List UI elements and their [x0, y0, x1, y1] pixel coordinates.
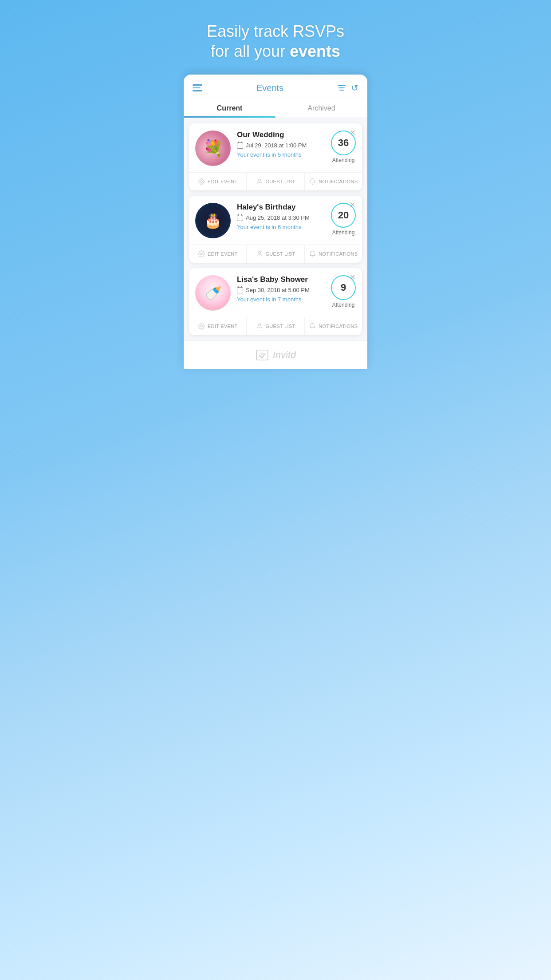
logo-text: Invitd [273, 349, 296, 361]
event-date-babyshower: Sep 30, 2018 at 5:00 PM [237, 287, 327, 293]
guest-list-button-birthday[interactable]: GUEST LIST [247, 245, 304, 263]
svg-point-4 [201, 325, 202, 327]
event-image-babyshower [195, 275, 231, 311]
calendar-icon [237, 142, 243, 149]
event-date-birthday: Aug 25, 2018 at 3:30 PM [237, 214, 327, 221]
event-title-birthday: Haley's Birthday [237, 203, 327, 212]
event-main-birthday: Haley's Birthday Aug 25, 2018 at 3:30 PM… [189, 196, 362, 245]
svg-point-7 [261, 353, 263, 355]
gear-icon [198, 323, 205, 330]
bell-icon [309, 178, 316, 185]
tabs-container: Current Archived [184, 98, 367, 118]
bell-icon [309, 323, 316, 330]
event-actions-birthday: EDIT EVENT GUEST LIST [189, 245, 362, 263]
event-image-wedding [195, 130, 231, 166]
event-info-wedding: Our Wedding Jul 29, 2018 at 1:00 PM Your… [237, 130, 331, 158]
event-card-birthday: Haley's Birthday Aug 25, 2018 at 3:30 PM… [189, 196, 362, 263]
event-main-wedding: Our Wedding Jul 29, 2018 at 1:00 PM Your… [189, 123, 362, 172]
calendar-icon [237, 287, 243, 293]
person-icon [256, 323, 263, 330]
svg-point-0 [201, 181, 202, 182]
calendar-icon [237, 215, 243, 221]
notifications-button-birthday[interactable]: NOTIFICATIONS [305, 245, 362, 263]
close-button-birthday[interactable]: ✕ [348, 200, 357, 209]
page-title: Events [256, 83, 283, 93]
event-info-babyshower: Lisa's Baby Shower Sep 30, 2018 at 5:00 … [237, 275, 331, 303]
guest-list-button-wedding[interactable]: GUEST LIST [247, 173, 304, 190]
filter-icon [338, 87, 345, 88]
app-header: Events ↻ [184, 75, 367, 98]
hero-section: Easily track RSVPs for all your events [184, 0, 367, 75]
events-list: Our Wedding Jul 29, 2018 at 1:00 PM Your… [184, 118, 367, 340]
menu-line-1 [193, 84, 202, 86]
menu-line-2 [193, 87, 201, 89]
app-card: Events ↻ Current Archived [184, 75, 367, 369]
attending-label-wedding: Attending [332, 157, 355, 163]
event-actions-babyshower: EDIT EVENT GUEST LIST [189, 317, 362, 335]
svg-point-3 [258, 251, 260, 253]
edit-event-button-babyshower[interactable]: EDIT EVENT [189, 317, 247, 335]
attending-label-birthday: Attending [332, 229, 355, 236]
person-icon [256, 178, 263, 185]
filter-icon [339, 90, 344, 91]
header-actions: ↻ [338, 83, 358, 93]
event-countdown-babyshower: Your event is in 7 months [237, 296, 327, 303]
event-title-wedding: Our Wedding [237, 130, 327, 139]
event-date-wedding: Jul 29, 2018 at 1:00 PM [237, 142, 327, 149]
event-card-wedding: Our Wedding Jul 29, 2018 at 1:00 PM Your… [189, 123, 362, 190]
person-icon [256, 250, 263, 257]
svg-point-2 [201, 253, 202, 255]
event-actions-wedding: EDIT EVENT GUEST LIST [189, 172, 362, 190]
event-info-birthday: Haley's Birthday Aug 25, 2018 at 3:30 PM… [237, 203, 331, 230]
event-countdown-birthday: Your event is in 6 months [237, 224, 327, 230]
guest-list-button-babyshower[interactable]: GUEST LIST [247, 317, 304, 335]
close-button-wedding[interactable]: ✕ [348, 128, 357, 137]
notifications-button-babyshower[interactable]: NOTIFICATIONS [305, 317, 362, 335]
event-title-babyshower: Lisa's Baby Shower [237, 275, 327, 284]
gear-icon [198, 250, 205, 257]
bell-icon [309, 250, 316, 257]
filter-icon [338, 85, 346, 86]
notifications-button-wedding[interactable]: NOTIFICATIONS [305, 173, 362, 190]
tab-current[interactable]: Current [184, 98, 276, 118]
event-image-birthday [195, 203, 231, 238]
filter-button[interactable] [338, 85, 346, 91]
edit-event-button-birthday[interactable]: EDIT EVENT [189, 245, 247, 263]
tab-archived[interactable]: Archived [276, 98, 367, 118]
attending-label-babyshower: Attending [332, 302, 355, 308]
event-card-babyshower: Lisa's Baby Shower Sep 30, 2018 at 5:00 … [189, 268, 362, 335]
app-footer: Invitd [184, 340, 367, 369]
menu-button[interactable] [193, 84, 202, 91]
close-button-babyshower[interactable]: ✕ [348, 273, 357, 281]
hero-title: Easily track RSVPs for all your events [197, 21, 354, 61]
svg-point-5 [258, 324, 260, 326]
menu-line-3 [193, 90, 202, 91]
event-countdown-wedding: Your event is in 5 months [237, 151, 327, 158]
logo-icon [255, 348, 269, 362]
svg-point-1 [258, 179, 260, 181]
gear-icon [198, 178, 205, 185]
event-main-babyshower: Lisa's Baby Shower Sep 30, 2018 at 5:00 … [189, 268, 362, 317]
edit-event-button-wedding[interactable]: EDIT EVENT [189, 173, 247, 190]
refresh-button[interactable]: ↻ [351, 83, 358, 93]
